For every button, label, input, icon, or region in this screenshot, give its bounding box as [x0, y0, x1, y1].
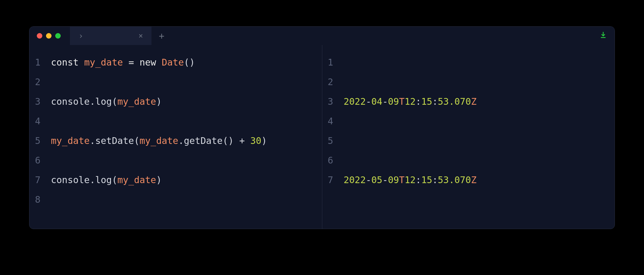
line-number: 3: [322, 96, 341, 107]
close-window-button[interactable]: [37, 33, 42, 39]
plus-icon: +: [159, 31, 164, 41]
code-pane[interactable]: 1const my_date = new Date()23console.log…: [29, 45, 322, 229]
line-content: my_date.setDate(my_date.getDate() + 30): [48, 135, 267, 146]
line-content: console.log(my_date): [48, 175, 162, 185]
tab-label: ›: [79, 31, 83, 40]
line-content: 2022-04-09T12:15:53.070Z: [341, 96, 477, 107]
editor-container: 1const my_date = new Date()23console.log…: [29, 45, 615, 229]
line-number: 1: [322, 57, 341, 68]
code-line: 5: [322, 131, 615, 150]
tab-active[interactable]: › ×: [70, 27, 151, 45]
code-line: 2: [29, 72, 322, 92]
maximize-window-button[interactable]: [55, 33, 61, 39]
download-icon[interactable]: [599, 31, 607, 41]
line-number: 5: [29, 135, 48, 146]
code-line: 4: [322, 111, 615, 131]
traffic-lights: [29, 33, 61, 39]
line-number: 7: [29, 175, 48, 185]
code-line: 3console.log(my_date): [29, 92, 322, 111]
line-number: 4: [322, 116, 341, 126]
line-number: 2: [322, 77, 341, 87]
output-pane[interactable]: 1232022-04-09T12:15:53.070Z45672022-05-0…: [322, 45, 615, 229]
line-number: 7: [322, 175, 341, 185]
line-content: console.log(my_date): [48, 96, 162, 107]
line-number: 4: [29, 116, 48, 126]
code-line: 6: [29, 150, 322, 170]
code-line: 1: [322, 52, 615, 72]
line-number: 6: [322, 155, 341, 166]
minimize-window-button[interactable]: [46, 33, 52, 39]
titlebar: › × +: [29, 27, 615, 45]
code-line: 8: [29, 190, 322, 209]
code-line: 6: [322, 150, 615, 170]
code-line: 1const my_date = new Date(): [29, 52, 322, 72]
line-number: 1: [29, 57, 48, 68]
line-content: 2022-05-09T12:15:53.070Z: [341, 175, 477, 185]
code-line: 2: [322, 72, 615, 92]
line-number: 8: [29, 194, 48, 205]
editor-window: › × + 1const my_date = new Date()23conso…: [29, 26, 615, 229]
code-line: 7console.log(my_date): [29, 170, 322, 190]
code-line: 32022-04-09T12:15:53.070Z: [322, 92, 615, 111]
close-tab-icon[interactable]: ×: [139, 32, 143, 40]
line-number: 3: [29, 96, 48, 107]
new-tab-button[interactable]: +: [151, 27, 172, 45]
code-line: 4: [29, 111, 322, 131]
code-line: 72022-05-09T12:15:53.070Z: [322, 170, 615, 190]
tabs-container: › × +: [70, 27, 172, 45]
code-line: 5my_date.setDate(my_date.getDate() + 30): [29, 131, 322, 150]
line-number: 2: [29, 77, 48, 87]
line-content: const my_date = new Date(): [48, 57, 195, 68]
line-number: 5: [322, 135, 341, 146]
line-number: 6: [29, 155, 48, 166]
